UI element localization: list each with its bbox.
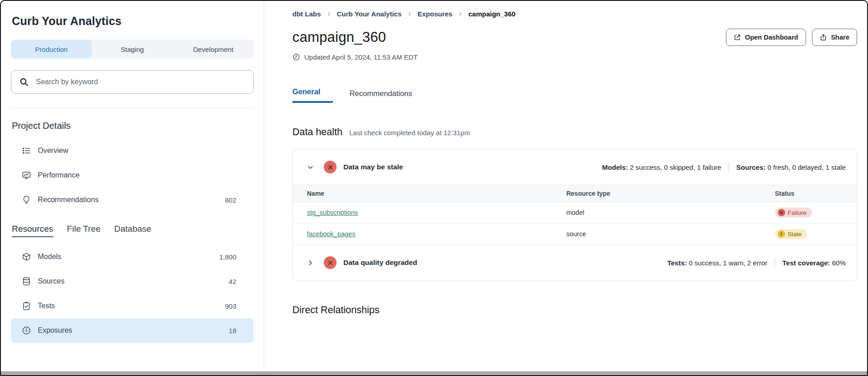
resources-nav: Models 1,800 Sources 42: [11, 244, 254, 343]
tab-recommendations[interactable]: Recommendations: [349, 89, 412, 103]
page-title: campaign_360: [292, 29, 386, 46]
performance-monitor-icon: [22, 171, 31, 180]
error-x-circle-icon: [324, 161, 337, 173]
status-badge-failure: Failure: [775, 208, 812, 218]
env-tab-development[interactable]: Development: [173, 40, 254, 59]
sidebar: Curb Your Analytics Production Staging D…: [1, 1, 264, 371]
sidebar-item-overview[interactable]: Overview: [11, 138, 254, 163]
direct-relationships-title: Direct Relationships: [292, 305, 857, 316]
quality-group-row[interactable]: Data quality degraded Tests: 0 success, …: [293, 245, 857, 280]
chevron-right-icon: [326, 11, 332, 17]
sidebar-item-count: 18: [229, 327, 236, 335]
sources-summary-value: 0 fresh, 0 delayed, 1 stale: [766, 163, 846, 171]
quality-group-summary: Tests: 0 success, 1 warn, 2 error Test c…: [667, 258, 846, 268]
sidebar-item-label: Recommendations: [38, 196, 98, 204]
sources-database-icon: [22, 277, 31, 286]
sidebar-item-count: 42: [229, 278, 236, 285]
sidebar-item-count: 1,800: [219, 253, 236, 261]
page-header: campaign_360 Open Dashboard: [292, 29, 857, 46]
resource-type-cell: source: [552, 224, 761, 245]
sidebar-item-sources[interactable]: Sources 42: [11, 269, 254, 294]
header-actions: Open Dashboard Share: [726, 29, 857, 46]
sources-summary-label: Sources:: [736, 163, 766, 171]
window-bottom-edge: [1, 371, 867, 375]
tests-summary-value: 0 success, 1 warn, 2 error: [687, 259, 767, 267]
resource-type-cell: model: [552, 202, 761, 224]
models-cube-icon: [22, 252, 31, 261]
sidebar-divider: [11, 107, 254, 108]
stale-group-row[interactable]: Data may be stale Models: 2 success, 0 s…: [293, 149, 857, 185]
tests-clipboard-icon: [22, 301, 31, 310]
recommendations-bulb-icon: [22, 195, 31, 204]
breadcrumb-current: campaign_360: [468, 10, 515, 18]
sidebar-item-label: Tests: [38, 302, 55, 310]
stale-group-title: Data may be stale: [343, 163, 403, 171]
open-dashboard-button[interactable]: Open Dashboard: [726, 29, 806, 46]
resource-link-facebook-pages[interactable]: facebook_pages: [307, 230, 355, 238]
search-icon: [19, 77, 29, 87]
coverage-summary-label: Test coverage:: [782, 259, 830, 267]
open-dashboard-label: Open Dashboard: [745, 34, 798, 41]
coverage-summary-value: 60%: [830, 259, 846, 267]
sidebar-item-count: 802: [225, 196, 236, 204]
error-x-circle-icon: [324, 256, 337, 269]
chevron-right-icon: [457, 11, 463, 17]
updated-row: Updated April 5, 2024, 11:53 AM EDT: [292, 53, 857, 61]
chevron-right-icon[interactable]: [307, 259, 314, 266]
page-tabs: General Recommendations: [292, 87, 857, 103]
table-row: facebook_pages source ! Stale: [293, 224, 857, 245]
column-header-resource-type: Resource type: [552, 185, 761, 202]
column-header-status: Status: [761, 185, 857, 202]
status-badge-label: Stale: [788, 231, 802, 238]
column-header-name: Name: [293, 185, 552, 202]
sidebar-item-recommendations[interactable]: Recommendations 802: [11, 188, 254, 212]
tab-general[interactable]: General: [292, 87, 333, 103]
sidebar-item-label: Models: [38, 253, 61, 261]
resource-link-stg-subscriptions[interactable]: stg_subscriptions: [307, 209, 358, 216]
data-health-header: Data health Last check completed today a…: [292, 127, 857, 138]
project-details-heading: Project Details: [12, 121, 254, 131]
sidebar-item-models[interactable]: Models 1,800: [11, 244, 254, 269]
main-panel: dbt Labs Curb Your Analytics Exposures c…: [264, 1, 867, 371]
environment-tabs: Production Staging Development: [11, 40, 254, 59]
breadcrumb-dbt-labs[interactable]: dbt Labs: [292, 10, 321, 18]
warning-circle-icon: !: [778, 230, 785, 238]
status-badge-stale: ! Stale: [775, 229, 807, 239]
env-tab-staging[interactable]: Staging: [92, 40, 173, 59]
data-health-subtext: Last check completed today at 12:31pm: [349, 129, 470, 137]
models-summary-value: 2 success, 0 skipped, 1 failure: [628, 163, 721, 171]
env-tab-production[interactable]: Production: [11, 40, 92, 59]
updated-text: Updated April 5, 2024, 11:53 AM EDT: [304, 53, 418, 61]
table-header-row: Name Resource type Status: [293, 185, 857, 202]
app-window: Curb Your Analytics Production Staging D…: [0, 0, 868, 376]
stale-group-summary: Models: 2 success, 0 skipped, 1 failure …: [602, 162, 846, 172]
breadcrumb-project[interactable]: Curb Your Analytics: [337, 10, 402, 18]
error-x-circle-icon: [778, 209, 785, 216]
sidebar-item-label: Sources: [38, 277, 65, 285]
search-container: [11, 70, 254, 94]
breadcrumb: dbt Labs Curb Your Analytics Exposures c…: [292, 10, 857, 18]
chevron-down-icon[interactable]: [307, 164, 314, 171]
sidebar-item-tests[interactable]: Tests 903: [11, 294, 254, 318]
sidebar-item-performance[interactable]: Performance: [11, 163, 254, 188]
resource-view-tabs: Resources File Tree Database: [12, 224, 254, 237]
tab-resources[interactable]: Resources: [12, 224, 53, 237]
models-summary-label: Models:: [602, 163, 628, 171]
summary-divider: [775, 258, 775, 268]
search-input[interactable]: [11, 70, 254, 94]
sidebar-item-count: 903: [225, 302, 236, 310]
share-button[interactable]: Share: [812, 29, 857, 46]
tab-file-tree[interactable]: File Tree: [67, 224, 101, 237]
tab-database[interactable]: Database: [114, 224, 151, 237]
sidebar-item-label: Exposures: [38, 326, 72, 335]
data-health-title: Data health: [292, 127, 342, 138]
quality-group-title: Data quality degraded: [343, 259, 417, 267]
share-icon: [820, 34, 827, 41]
table-row: stg_subscriptions model Failure: [293, 202, 857, 224]
exposures-gauge-icon: [22, 326, 31, 335]
share-label: Share: [831, 34, 849, 41]
breadcrumb-exposures[interactable]: Exposures: [418, 10, 453, 18]
external-link-icon: [734, 34, 741, 41]
status-badge-label: Failure: [788, 209, 807, 216]
sidebar-item-exposures[interactable]: Exposures 18: [11, 318, 254, 343]
